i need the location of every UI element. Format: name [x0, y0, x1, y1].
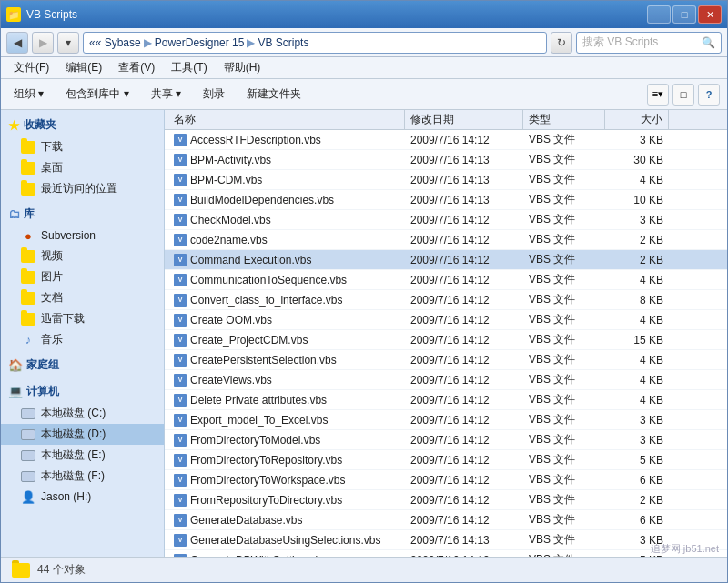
- table-row[interactable]: V CreateViews.vbs 2009/7/16 14:12 VBS 文件…: [165, 370, 727, 390]
- table-row[interactable]: V code2name.vbs 2009/7/16 14:12 VBS 文件 2…: [165, 230, 727, 250]
- table-row[interactable]: V BuildModelDependencies.vbs 2009/7/16 1…: [165, 190, 727, 210]
- sidebar-item-disk-f[interactable]: 本地磁盘 (F:): [1, 466, 164, 487]
- title-bar: 📁 VB Scripts ─ □ ✕: [1, 1, 727, 28]
- sidebar-item-desktop[interactable]: 桌面: [1, 157, 164, 178]
- star-icon: ★: [8, 118, 20, 133]
- file-type-cell: VBS 文件: [523, 372, 605, 387]
- table-row[interactable]: V Command Execution.vbs 2009/7/16 14:12 …: [165, 250, 727, 270]
- col-header-date[interactable]: 修改日期: [405, 110, 523, 129]
- file-type-cell: VBS 文件: [523, 212, 605, 227]
- file-date-cell: 2009/7/16 14:12: [405, 314, 523, 327]
- sidebar-item-download[interactable]: 下载: [1, 136, 164, 157]
- back-button[interactable]: ◀: [6, 32, 28, 54]
- vbs-file-icon: V: [174, 254, 187, 266]
- table-row[interactable]: V Export_model_To_Excel.vbs 2009/7/16 14…: [165, 410, 727, 430]
- sidebar-item-pictures[interactable]: 图片: [1, 266, 164, 287]
- dropdown-button[interactable]: ▾: [57, 32, 79, 54]
- file-date-cell: 2009/7/16 14:12: [405, 414, 523, 427]
- breadcrumb-separator1: ▶: [144, 36, 152, 49]
- table-row[interactable]: V CheckModel.vbs 2009/7/16 14:12 VBS 文件 …: [165, 210, 727, 230]
- view-pane-button[interactable]: □: [672, 84, 694, 106]
- recent-label: 最近访问的位置: [41, 181, 117, 196]
- file-name-cell: V FromDirectoryToModel.vbs: [168, 434, 405, 447]
- table-row[interactable]: V FromDirectoryToModel.vbs 2009/7/16 14:…: [165, 430, 727, 450]
- menu-tools[interactable]: 工具(T): [164, 58, 214, 77]
- sidebar-item-disk-d[interactable]: 本地磁盘 (D:): [1, 424, 164, 445]
- file-date-cell: 2009/7/16 14:12: [405, 394, 523, 407]
- toolbar-burn[interactable]: 刻录: [197, 84, 230, 105]
- desktop-label: 桌面: [41, 160, 63, 176]
- table-row[interactable]: V Create OOM.vbs 2009/7/16 14:12 VBS 文件 …: [165, 310, 727, 330]
- sidebar-item-disk-c[interactable]: 本地磁盘 (C:): [1, 403, 164, 424]
- file-type-cell: VBS 文件: [523, 412, 605, 427]
- vbs-file-icon: V: [174, 274, 187, 286]
- table-row[interactable]: V BPM-Activity.vbs 2009/7/16 14:13 VBS 文…: [165, 150, 727, 170]
- sidebar-header-library[interactable]: 🗂 库: [1, 203, 164, 226]
- menu-view[interactable]: 查看(V): [111, 58, 162, 77]
- forward-button[interactable]: ▶: [32, 32, 54, 54]
- toolbar-new-folder[interactable]: 新建文件夹: [241, 84, 307, 105]
- table-row[interactable]: V FromDirectoryToRepository.vbs 2009/7/1…: [165, 450, 727, 470]
- refresh-button[interactable]: ↻: [551, 32, 572, 54]
- toolbar-organize[interactable]: 组织 ▾: [8, 84, 49, 105]
- menu-file[interactable]: 文件(F): [6, 58, 56, 77]
- table-row[interactable]: V Delete Private attributes.vbs 2009/7/1…: [165, 390, 727, 410]
- table-row[interactable]: V GenerateDBWithSetting.vbs 2009/7/16 14…: [165, 550, 727, 557]
- table-row[interactable]: V Create_ProjectCDM.vbs 2009/7/16 14:12 …: [165, 330, 727, 350]
- col-header-name[interactable]: 名称: [168, 110, 405, 129]
- title-folder-icon: 📁: [6, 7, 21, 22]
- table-row[interactable]: V GenerateDatabase.vbs 2009/7/16 14:12 V…: [165, 510, 727, 530]
- sidebar-item-disk-e[interactable]: 本地磁盘 (E:): [1, 445, 164, 466]
- sidebar-item-subversion[interactable]: ● Subversion: [1, 226, 164, 246]
- close-button[interactable]: ✕: [698, 5, 722, 24]
- organize-label: 组织 ▾: [14, 86, 44, 102]
- share-label: 共享 ▾: [151, 86, 181, 102]
- sidebar-item-video[interactable]: 视频: [1, 246, 164, 266]
- toolbar-include-library[interactable]: 包含到库中 ▾: [60, 84, 134, 105]
- maximize-button[interactable]: □: [672, 5, 696, 24]
- table-row[interactable]: V FromRepositoryToDirectory.vbs 2009/7/1…: [165, 490, 727, 510]
- col-header-type[interactable]: 类型: [523, 110, 605, 129]
- sidebar-item-recent[interactable]: 最近访问的位置: [1, 178, 164, 199]
- table-row[interactable]: V BPM-CDM.vbs 2009/7/16 14:13 VBS 文件 4 K…: [165, 170, 727, 190]
- sidebar-item-music[interactable]: ♪ 音乐: [1, 329, 164, 350]
- window: 📁 VB Scripts ─ □ ✕ ◀ ▶ ▾ «« Sybase ▶ Pow…: [0, 0, 728, 583]
- file-size-cell: 4 KB: [605, 274, 669, 286]
- sidebar-header-favorites[interactable]: ★ 收藏夹: [1, 114, 164, 136]
- file-name: CreatePersistentSelection.vbs: [190, 354, 337, 367]
- view-list-button[interactable]: ≡▾: [647, 84, 669, 106]
- search-bar[interactable]: 搜索 VB Scripts 🔍: [576, 32, 722, 54]
- sidebar-item-thunder[interactable]: 迅雷下载: [1, 308, 164, 329]
- sidebar-item-documents[interactable]: 文档: [1, 287, 164, 308]
- file-size-cell: 3 KB: [605, 534, 669, 547]
- disk-f-label: 本地磁盘 (F:): [41, 468, 105, 484]
- file-date-cell: 2009/7/16 14:12: [405, 474, 523, 487]
- burn-label: 刻录: [203, 86, 225, 102]
- file-type-cell: VBS 文件: [523, 352, 605, 367]
- sidebar-header-computer[interactable]: 💻 计算机: [1, 380, 164, 403]
- table-row[interactable]: V CommunicationToSequence.vbs 2009/7/16 …: [165, 270, 727, 290]
- menu-help[interactable]: 帮助(H): [217, 58, 268, 77]
- sidebar-item-jason-h[interactable]: 👤 Jason (H:): [1, 487, 164, 507]
- table-row[interactable]: V FromDirectoryToWorkspace.vbs 2009/7/16…: [165, 470, 727, 490]
- sidebar-header-homegroup[interactable]: 🏠 家庭组: [1, 354, 164, 377]
- file-size-cell: 3 KB: [605, 414, 669, 427]
- breadcrumb[interactable]: «« Sybase ▶ PowerDesigner 15 ▶ VB Script…: [83, 32, 547, 54]
- table-row[interactable]: V Convert_class_to_interface.vbs 2009/7/…: [165, 290, 727, 310]
- pictures-folder-icon: [21, 270, 35, 285]
- file-type-cell: VBS 文件: [523, 312, 605, 327]
- table-row[interactable]: V CreatePersistentSelection.vbs 2009/7/1…: [165, 350, 727, 370]
- file-type-cell: VBS 文件: [523, 332, 605, 347]
- vbs-file-icon: V: [174, 374, 187, 387]
- minimize-button[interactable]: ─: [647, 5, 671, 24]
- file-name-cell: V BuildModelDependencies.vbs: [168, 194, 405, 206]
- file-type-cell: VBS 文件: [523, 152, 605, 167]
- table-row[interactable]: V AccessRTFDescription.vbs 2009/7/16 14:…: [165, 130, 727, 150]
- toolbar-share[interactable]: 共享 ▾: [146, 84, 187, 105]
- download-folder-icon: [21, 140, 35, 155]
- help-button[interactable]: ?: [698, 84, 720, 106]
- menu-edit[interactable]: 编辑(E): [58, 58, 109, 77]
- table-row[interactable]: V GenerateDatabaseUsingSelections.vbs 20…: [165, 530, 727, 550]
- col-header-size[interactable]: 大小: [605, 110, 669, 129]
- file-date-cell: 2009/7/16 14:12: [405, 374, 523, 387]
